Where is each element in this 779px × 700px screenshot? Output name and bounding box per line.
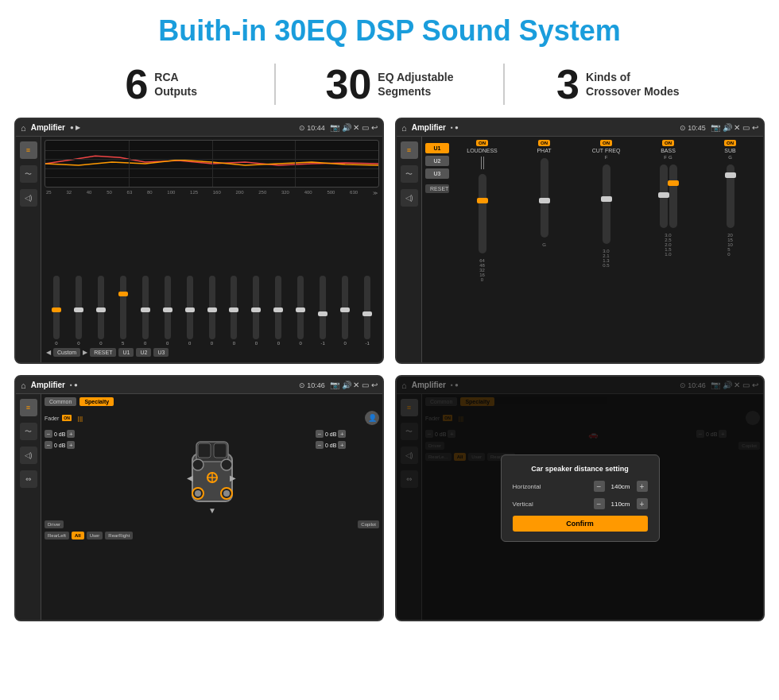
home-icon: ⌂ bbox=[21, 123, 26, 133]
u1-btn[interactable]: U1 bbox=[118, 348, 134, 357]
spec-left-controls: − 0 dB + − 0 dB + bbox=[45, 430, 108, 517]
slider-15: -1 bbox=[357, 276, 378, 346]
stats-bar: 6 RCAOutputs 30 EQ AdjustableSegments 3 … bbox=[0, 56, 779, 118]
rearright-btn[interactable]: RearRight bbox=[105, 532, 133, 540]
amp2-reset-btn[interactable]: RESET bbox=[425, 184, 449, 193]
stat-eq-number: 30 bbox=[325, 64, 371, 105]
svg-point-12 bbox=[223, 490, 230, 497]
copilot-btn[interactable]: Copilot bbox=[358, 520, 379, 528]
spec-eq-icon[interactable]: ≡ bbox=[20, 399, 37, 416]
phat-slider[interactable] bbox=[541, 158, 548, 238]
speaker-icon[interactable]: ◁) bbox=[20, 189, 37, 207]
slider-11: 0 bbox=[268, 276, 289, 346]
svg-point-7 bbox=[221, 459, 232, 470]
screen-amp2-content: ≡ 〜 ◁) U1 U2 U3 RESET bbox=[397, 137, 763, 362]
db4-plus[interactable]: + bbox=[338, 441, 346, 449]
wave2-icon[interactable]: 〜 bbox=[401, 165, 418, 183]
tab-common[interactable]: Common bbox=[45, 397, 76, 406]
confirm-button[interactable]: Confirm bbox=[513, 516, 648, 532]
horizontal-plus[interactable]: + bbox=[637, 481, 648, 492]
speaker2-icon[interactable]: ◁) bbox=[401, 189, 418, 207]
wave-icon[interactable]: 〜 bbox=[20, 165, 37, 183]
amp2-layout: U1 U2 U3 RESET ON LOUDNESS bbox=[422, 137, 763, 362]
reset-btn[interactable]: RESET bbox=[90, 348, 116, 357]
topbar-spec-title: Amplifier bbox=[31, 381, 65, 389]
bass-label: BASS bbox=[661, 148, 676, 153]
spec-arrow-icon[interactable]: ⇔ bbox=[20, 470, 37, 488]
topbar-eq-title: Amplifier bbox=[31, 123, 65, 132]
topbar-spec-dots: ▪ ● bbox=[70, 381, 78, 389]
topbar-amp2-time: ⊙ 10:45 bbox=[680, 124, 706, 132]
phat-label: PHAT bbox=[537, 148, 551, 153]
horizontal-value: 140cm bbox=[608, 483, 634, 490]
topbar-eq-icons: 📷 🔊 ✕ ▭ ↩ bbox=[330, 123, 378, 132]
stat-rca-label: RCAOutputs bbox=[154, 70, 197, 99]
cutfreq-label: CUT FREQ bbox=[592, 148, 621, 153]
eq-bottom-bar: ◀ Custom ▶ RESET U1 U2 U3 bbox=[45, 346, 379, 359]
db3-plus[interactable]: + bbox=[338, 430, 346, 438]
loudness-slider[interactable] bbox=[479, 174, 486, 253]
spec-wave-icon[interactable]: 〜 bbox=[20, 423, 37, 440]
svg-text:◀: ◀ bbox=[187, 474, 193, 482]
u3-btn[interactable]: U3 bbox=[153, 348, 169, 357]
horizontal-minus[interactable]: − bbox=[594, 481, 605, 492]
fader-on-badge: ON bbox=[62, 415, 72, 421]
db-row-2: − 0 dB + bbox=[45, 441, 108, 449]
cutfreq-slider[interactable] bbox=[603, 164, 610, 244]
screen-dialog: ⌂ Amplifier ▪ ● ⊙ 10:46 📷 🔊 ✕ ▭ ↩ ≡ 〜 ◁)… bbox=[395, 375, 765, 621]
slider-7: 0 bbox=[180, 276, 200, 346]
spec-speaker-icon[interactable]: ◁) bbox=[20, 447, 37, 464]
horizontal-label: Horizontal bbox=[513, 483, 541, 490]
topbar-spec-icons: 📷 🔊 ✕ ▭ ↩ bbox=[330, 381, 378, 389]
db4-minus[interactable]: − bbox=[316, 441, 324, 449]
vertical-row: Vertical − 110cm + bbox=[513, 498, 648, 509]
topbar-amp2-title: Amplifier bbox=[412, 123, 446, 132]
u2-btn[interactable]: U2 bbox=[136, 348, 151, 357]
eq-graph bbox=[45, 140, 379, 188]
db3-minus[interactable]: − bbox=[316, 430, 324, 438]
user-btn[interactable]: User bbox=[87, 532, 103, 540]
spec-right-controls: − 0 dB + − 0 dB + bbox=[316, 430, 379, 517]
eq-icon[interactable]: ≡ bbox=[20, 141, 37, 159]
stat-eq-label: EQ AdjustableSegments bbox=[378, 70, 453, 99]
screen-specialty: ⌂ Amplifier ▪ ● ⊙ 10:46 📷 🔊 ✕ ▭ ↩ ≡ 〜 ◁)… bbox=[14, 375, 384, 621]
u2-preset[interactable]: U2 bbox=[425, 156, 449, 166]
home-icon-2: ⌂ bbox=[401, 123, 407, 133]
slider-4: 5 bbox=[113, 276, 134, 346]
stat-rca-number: 6 bbox=[125, 64, 148, 105]
prev-icon[interactable]: ◀ bbox=[46, 349, 51, 356]
svg-rect-3 bbox=[214, 443, 227, 458]
svg-point-6 bbox=[192, 459, 203, 470]
eq2-icon[interactable]: ≡ bbox=[401, 141, 418, 159]
next-icon[interactable]: ▶ bbox=[83, 349, 87, 356]
svg-text:▼: ▼ bbox=[208, 506, 216, 515]
bass-slider-f[interactable] bbox=[660, 164, 668, 228]
screens-grid: ⌂ Amplifier ● ▶ ⊙ 10:44 📷 🔊 ✕ ▭ ↩ ≡ 〜 ◁) bbox=[0, 118, 779, 629]
stat-eq: 30 EQ AdjustableSegments bbox=[276, 64, 504, 105]
spec-bottom-btns: Driver Copilot bbox=[45, 520, 379, 528]
all-btn[interactable]: All bbox=[72, 532, 84, 540]
bass-col: ON BASS FG bbox=[638, 140, 698, 359]
db2-plus[interactable]: + bbox=[67, 441, 75, 449]
vertical-plus[interactable]: + bbox=[637, 498, 648, 509]
screen-spec-content: ≡ 〜 ◁) ⇔ Common Specialty Fader ON bbox=[16, 394, 382, 620]
topbar-amp2-icons: 📷 🔊 ✕ ▭ ↩ bbox=[711, 123, 758, 132]
vertical-minus[interactable]: − bbox=[594, 498, 605, 509]
u1-preset[interactable]: U1 bbox=[425, 143, 449, 153]
screen-eq-sidebar: ≡ 〜 ◁) bbox=[16, 137, 41, 362]
tab-specialty[interactable]: Specialty bbox=[79, 397, 114, 406]
rearleft-btn[interactable]: RearLeft bbox=[45, 532, 69, 540]
db1-minus[interactable]: − bbox=[45, 430, 52, 438]
driver-btn[interactable]: Driver bbox=[45, 520, 64, 528]
screen-amp2-sidebar: ≡ 〜 ◁) bbox=[397, 137, 422, 362]
custom-btn[interactable]: Custom bbox=[53, 348, 80, 357]
bass-on-badge: ON bbox=[662, 140, 674, 146]
bass-slider-g[interactable] bbox=[669, 164, 677, 228]
db2-minus[interactable]: − bbox=[45, 441, 52, 449]
u3-preset[interactable]: U3 bbox=[425, 168, 449, 179]
sub-slider[interactable] bbox=[727, 164, 734, 228]
sub-on-badge: ON bbox=[724, 140, 736, 146]
db1-plus[interactable]: + bbox=[67, 430, 75, 438]
amp2-controls-row: ON LOUDNESS 644832160 bbox=[452, 140, 760, 359]
loudness-label: LOUDNESS bbox=[467, 148, 498, 153]
